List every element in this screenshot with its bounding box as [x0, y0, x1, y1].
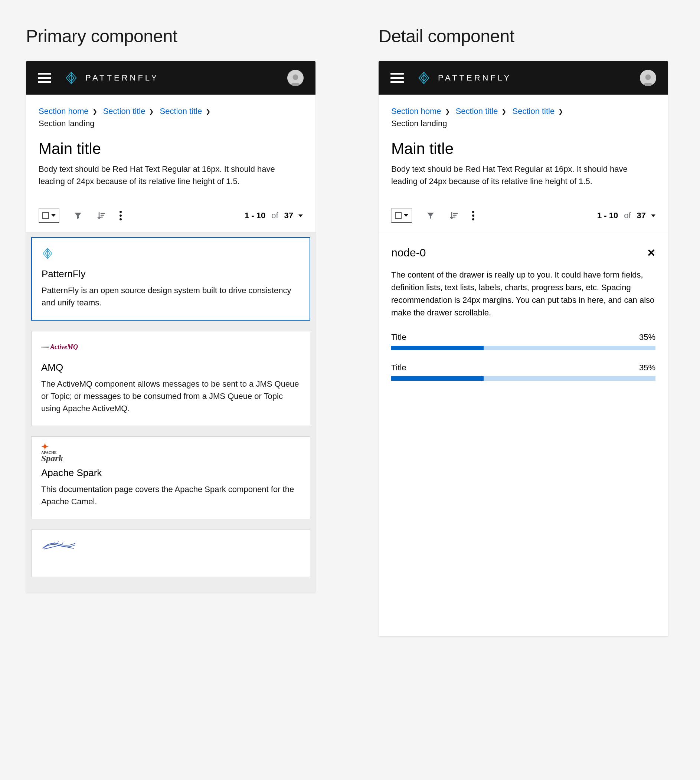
checkbox-icon	[42, 212, 49, 219]
card-logo-icon	[41, 540, 300, 552]
sort-icon[interactable]	[97, 211, 105, 220]
breadcrumb-link[interactable]: Section title	[103, 107, 145, 116]
card-item[interactable]	[31, 530, 310, 577]
breadcrumb-current: Section landing	[38, 119, 94, 128]
progress-percent: 35%	[639, 363, 655, 373]
chevron-right-icon: ❯	[149, 108, 154, 115]
menu-icon[interactable]	[38, 73, 51, 83]
progress-list: Title35%Title35%	[391, 332, 655, 381]
card-title: PatternFly	[42, 268, 300, 280]
progress-track	[391, 346, 655, 350]
breadcrumb-link[interactable]: Section title	[456, 107, 498, 116]
progress-percent: 35%	[639, 332, 655, 342]
svg-point-0	[293, 75, 298, 80]
checkbox-icon	[395, 212, 402, 219]
card-description: This documentation page covers the Apach…	[41, 483, 300, 508]
caret-down-icon	[298, 215, 303, 217]
kebab-menu-icon[interactable]	[472, 211, 474, 220]
primary-device: PATTERNFLY Section home❯ Section title❯ …	[26, 61, 315, 593]
card-item[interactable]: ActiveMQAMQThe ActiveMQ component allows…	[31, 331, 310, 426]
card-logo-icon: ActiveMQ	[41, 341, 300, 353]
brand-name: PATTERNFLY	[85, 73, 159, 83]
brand-logo-icon	[417, 71, 430, 85]
progress-fill	[391, 376, 483, 381]
card-list: PatternFlyPatternFly is an open source d…	[26, 232, 315, 593]
progress-label: Title	[391, 332, 407, 342]
filter-icon[interactable]	[426, 211, 435, 220]
progress-track	[391, 376, 655, 381]
breadcrumb: Section home❯ Section title❯ Section tit…	[391, 105, 655, 130]
card-item[interactable]: PatternFlyPatternFly is an open source d…	[31, 237, 310, 321]
svg-point-1	[645, 75, 651, 80]
card-description: The ActiveMQ component allows messages t…	[41, 378, 300, 415]
brand-name: PATTERNFLY	[438, 73, 512, 83]
drawer-title: node-0	[391, 247, 426, 259]
pagination-range: 1 - 10	[245, 211, 265, 220]
brand-logo-icon	[65, 71, 78, 85]
chevron-right-icon: ❯	[92, 108, 97, 115]
pagination-range: 1 - 10	[597, 211, 618, 220]
chevron-right-icon: ❯	[445, 108, 450, 115]
pagination[interactable]: 1 - 10 of 37	[597, 211, 655, 220]
pagination-total: 37	[637, 211, 646, 220]
chevron-right-icon: ❯	[558, 108, 563, 115]
detail-content: Section home❯ Section title❯ Section tit…	[378, 95, 668, 208]
chevron-right-icon: ❯	[206, 108, 210, 115]
page-title: Main title	[391, 140, 655, 158]
drawer-body: The content of the drawer is really up t…	[391, 269, 655, 319]
detail-column: Detail component PATTERNFLY	[378, 26, 668, 637]
progress-item: Title35%	[391, 363, 655, 381]
card-title: AMQ	[41, 362, 300, 373]
avatar[interactable]	[640, 70, 656, 86]
filter-icon[interactable]	[73, 211, 82, 220]
progress-fill	[391, 346, 483, 350]
caret-down-icon	[651, 215, 655, 217]
breadcrumb-link[interactable]: Section title	[513, 107, 555, 116]
primary-content: Section home❯ Section title❯ Section tit…	[26, 95, 315, 208]
app-header: PATTERNFLY	[378, 61, 668, 95]
progress-item: Title35%	[391, 332, 655, 350]
breadcrumb-link[interactable]: Section home	[391, 107, 441, 116]
detail-heading: Detail component	[378, 26, 668, 47]
breadcrumb: Section home❯ Section title❯ Section tit…	[38, 105, 303, 130]
caret-down-icon	[51, 214, 56, 217]
caret-down-icon	[404, 214, 408, 217]
app-header: PATTERNFLY	[26, 61, 315, 95]
primary-column: Primary component PATTERNFLY	[26, 26, 315, 637]
primary-heading: Primary component	[26, 26, 315, 47]
detail-device: PATTERNFLY Section home❯ Section title❯ …	[378, 61, 668, 637]
chevron-right-icon: ❯	[502, 108, 506, 115]
bulk-select[interactable]	[38, 208, 59, 223]
progress-label: Title	[391, 363, 407, 373]
pagination-of: of	[271, 211, 278, 220]
card-logo-icon: APACHESpark	[41, 447, 300, 458]
breadcrumb-link[interactable]: Section home	[38, 107, 89, 116]
menu-icon[interactable]	[390, 73, 404, 83]
bulk-select[interactable]	[391, 208, 412, 223]
brand: PATTERNFLY	[65, 71, 159, 85]
page-body: Body text should be Red Hat Text Regular…	[391, 163, 655, 187]
breadcrumb-current: Section landing	[391, 119, 447, 128]
close-icon[interactable]: ✕	[647, 247, 655, 259]
page-title: Main title	[38, 140, 303, 158]
sort-icon[interactable]	[449, 211, 458, 220]
brand: PATTERNFLY	[417, 71, 512, 85]
breadcrumb-link[interactable]: Section title	[160, 107, 202, 116]
toolbar: 1 - 10 of 37	[378, 208, 668, 232]
card-item[interactable]: APACHESparkApache SparkThis documentatio…	[31, 437, 310, 519]
pagination[interactable]: 1 - 10 of 37	[245, 211, 303, 220]
card-description: PatternFly is an open source design syst…	[42, 284, 300, 309]
avatar[interactable]	[287, 70, 303, 86]
kebab-menu-icon[interactable]	[120, 211, 122, 220]
page-body: Body text should be Red Hat Text Regular…	[38, 163, 303, 187]
card-logo-icon	[42, 248, 300, 259]
drawer: node-0 ✕ The content of the drawer is re…	[378, 232, 668, 637]
pagination-total: 37	[284, 211, 293, 220]
card-title: Apache Spark	[41, 467, 300, 479]
toolbar: 1 - 10 of 37	[26, 208, 315, 232]
pagination-of: of	[624, 211, 631, 220]
